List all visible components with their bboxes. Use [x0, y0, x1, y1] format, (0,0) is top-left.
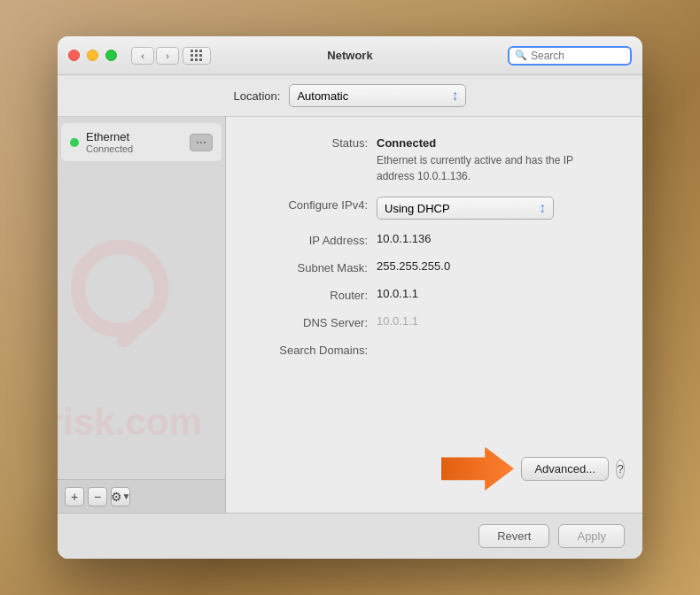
grid-view-button[interactable]: [183, 47, 211, 65]
subnet-value: 255.255.255.0: [377, 259, 450, 273]
configure-value: Using DHCP: [385, 202, 450, 215]
location-arrow-icon: ↕: [451, 88, 458, 104]
watermark-text: risk.com: [58, 401, 202, 444]
sidebar-bottom: + − ⚙ ▼: [58, 479, 225, 513]
location-dropdown[interactable]: Automatic ↕: [289, 84, 466, 107]
close-button[interactable]: [68, 50, 80, 61]
svg-marker-0: [441, 447, 514, 491]
traffic-lights: [68, 50, 117, 61]
subnet-row: Subnet Mask: 255.255.255.0: [253, 259, 616, 274]
detail-panel: Status: Connected Ethernet is currently …: [226, 117, 642, 513]
revert-button[interactable]: Revert: [478, 524, 549, 548]
forward-button[interactable]: ›: [156, 47, 179, 65]
ethernet-info: Ethernet Connected: [86, 130, 183, 154]
maximize-button[interactable]: [105, 50, 117, 61]
router-value: 10.0.1.1: [377, 287, 418, 300]
dns-row: DNS Server: 10.0.1.1: [253, 314, 616, 329]
configure-row: Configure IPv4: Using DHCP ↕: [253, 197, 616, 220]
search-icon: 🔍: [515, 50, 527, 61]
apply-button[interactable]: Apply: [558, 524, 625, 548]
arrow-indicator-icon: [441, 443, 514, 495]
search-domains-label: Search Domains:: [253, 342, 377, 357]
ethernet-status: Connected: [86, 143, 183, 154]
ethernet-more-button[interactable]: ⋯: [190, 134, 213, 151]
status-value: Connected: [377, 136, 436, 150]
ethernet-actions: ⋯: [190, 134, 213, 151]
ip-row: IP Address: 10.0.1.136: [253, 232, 616, 247]
dns-label: DNS Server:: [253, 314, 377, 329]
advanced-row: Advanced... ?: [441, 443, 625, 495]
ethernet-name: Ethernet: [86, 130, 183, 143]
help-button[interactable]: ?: [616, 460, 625, 479]
location-label: Location:: [234, 89, 281, 103]
configure-dropdown[interactable]: Using DHCP ↕: [377, 197, 554, 220]
status-row: Status: Connected Ethernet is currently …: [253, 135, 616, 184]
dns-value: 10.0.1.1: [377, 314, 418, 328]
minimize-button[interactable]: [87, 50, 98, 61]
nav-buttons: ‹ ›: [131, 47, 211, 65]
location-value: Automatic: [297, 89, 348, 103]
advanced-button[interactable]: Advanced...: [521, 457, 609, 481]
ip-value: 10.0.1.136: [377, 232, 431, 245]
status-description: Ethernet is currently active and has the…: [377, 152, 598, 184]
window-title: Network: [327, 49, 372, 62]
subnet-label: Subnet Mask:: [253, 259, 377, 274]
configure-label: Configure IPv4:: [253, 197, 377, 212]
main-content: Ethernet Connected ⋯ risk.com +: [58, 117, 642, 513]
ip-label: IP Address:: [253, 232, 377, 247]
search-input[interactable]: [531, 50, 625, 62]
titlebar: ‹ › Network 🔍: [58, 36, 642, 75]
remove-network-button[interactable]: −: [88, 487, 107, 506]
bottom-bar: Revert Apply: [58, 513, 642, 559]
search-box[interactable]: 🔍: [508, 46, 632, 66]
search-domains-row: Search Domains:: [253, 342, 616, 357]
gear-dropdown-icon: ▼: [122, 491, 131, 501]
router-label: Router:: [253, 287, 377, 302]
router-row: Router: 10.0.1.1: [253, 287, 616, 302]
gear-button[interactable]: ⚙ ▼: [111, 487, 130, 506]
ethernet-status-dot: [70, 138, 79, 147]
back-button[interactable]: ‹: [131, 47, 154, 65]
sidebar-item-ethernet[interactable]: Ethernet Connected ⋯: [61, 123, 222, 161]
gear-icon: ⚙: [111, 490, 122, 504]
configure-arrow-icon: ↕: [539, 200, 546, 216]
sidebar-watermark: risk.com: [58, 213, 225, 479]
location-bar: Location: Automatic ↕: [58, 75, 642, 117]
sidebar-list: Ethernet Connected ⋯: [58, 117, 225, 213]
sidebar: Ethernet Connected ⋯ risk.com +: [58, 117, 226, 513]
network-window: ‹ › Network 🔍 Location: Automatic ↕: [58, 36, 642, 559]
add-network-button[interactable]: +: [65, 487, 84, 506]
watermark-magnifier: [71, 240, 208, 377]
status-label: Status:: [253, 135, 377, 150]
